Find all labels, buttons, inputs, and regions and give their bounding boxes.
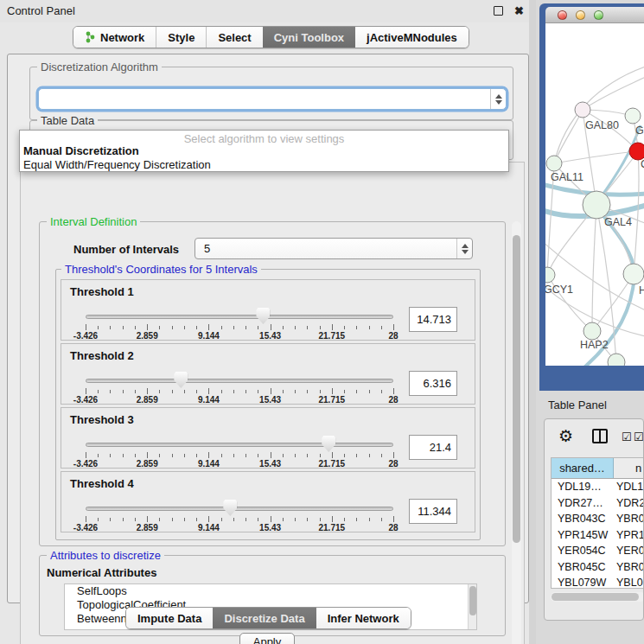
checkbox-icon[interactable]: ☑ <box>634 430 644 443</box>
gear-icon[interactable]: ⚙ <box>558 426 573 446</box>
node-attribute-table: shared… n YDL19…YDL1YDR27…YDR2YBR043CYBR… <box>551 457 644 589</box>
table-cell[interactable]: YBR045C <box>552 559 614 576</box>
close-icon[interactable]: ✖ <box>514 4 524 17</box>
attributes-scrollbar[interactable] <box>468 584 476 629</box>
table-cell[interactable]: YBR0 <box>614 511 644 527</box>
tick-mark <box>369 390 370 393</box>
network-node[interactable] <box>575 102 590 118</box>
tick-label: 21.715 <box>319 395 346 405</box>
table-row[interactable]: YBL079WYBL0 <box>552 575 644 589</box>
table-row[interactable]: YDL19…YDL1 <box>552 479 644 495</box>
network-node[interactable] <box>625 108 641 124</box>
network-edge[interactable] <box>554 110 583 163</box>
tick-label: 21.715 <box>319 331 346 341</box>
dropdown-option-equal-width-frequency[interactable]: Equal Width/Frequency Discretization <box>20 158 508 172</box>
network-node[interactable] <box>583 191 610 219</box>
tab-network[interactable]: Network <box>73 27 156 48</box>
slider-track[interactable] <box>86 379 393 383</box>
close-traffic-light-icon[interactable] <box>558 10 567 20</box>
network-node[interactable] <box>545 267 555 283</box>
slider-track[interactable] <box>86 315 393 319</box>
table-cell[interactable]: YBR0 <box>614 559 644 576</box>
network-node[interactable] <box>583 322 601 340</box>
table-cell[interactable]: YDR27… <box>552 495 614 512</box>
slider-thumb[interactable] <box>256 308 270 324</box>
tick-mark <box>208 516 209 522</box>
tab-select[interactable]: Select <box>206 27 262 48</box>
threshold-slider[interactable]: -3.4262.8599.14415.4321.71528 <box>86 280 393 341</box>
threshold-value-field[interactable] <box>409 307 457 332</box>
float-window-icon[interactable] <box>494 6 503 16</box>
dropdown-option-manual-discretization[interactable]: Manual Discretization <box>20 144 508 158</box>
split-columns-icon[interactable] <box>592 429 608 443</box>
table-row[interactable]: YBR043CYBR0 <box>552 511 644 527</box>
threshold-value-field[interactable] <box>409 371 457 396</box>
algorithm-combobox[interactable] <box>38 88 507 110</box>
combo-stepper[interactable] <box>490 89 506 109</box>
tab-discretize-data[interactable]: Discretize Data <box>213 608 316 628</box>
threshold-slider[interactable]: -3.4262.8599.14415.4321.71528 <box>86 408 393 469</box>
interval-definition-group: Interval Definition Number of Intervals … <box>39 221 506 546</box>
tick-mark <box>393 388 394 394</box>
checkbox-icon[interactable]: ☑ <box>622 430 632 443</box>
tick-mark <box>295 518 296 521</box>
table-row[interactable]: YBR045CYBR0 <box>552 559 644 576</box>
number-of-intervals-combobox[interactable]: 5 <box>194 238 473 259</box>
table-cell[interactable]: YER054C <box>552 543 614 559</box>
tick-mark <box>172 390 173 393</box>
threshold-slider[interactable]: -3.4262.8599.14415.4321.71528 <box>86 344 393 405</box>
tab-cyni-toolbox[interactable]: Cyni Toolbox <box>263 27 355 48</box>
tick-mark <box>258 518 258 521</box>
slider-track[interactable] <box>86 507 393 511</box>
zoom-traffic-light-icon[interactable] <box>594 10 603 20</box>
slider-track[interactable] <box>86 443 393 447</box>
table-cell[interactable]: YDL1 <box>614 479 644 495</box>
threshold-value-field[interactable] <box>409 435 457 460</box>
network-edge-highlighted[interactable] <box>599 125 641 200</box>
apply-button[interactable]: Apply <box>239 633 295 644</box>
tick-mark <box>356 454 357 457</box>
threshold-row: Threshold 2 -3.4262.8599.14415.4321.7152… <box>61 343 475 405</box>
table-cell[interactable]: YBR043C <box>552 511 614 527</box>
tick-mark <box>283 326 284 329</box>
network-node[interactable] <box>623 264 644 284</box>
tab-infer-network[interactable]: Infer Network <box>316 608 411 628</box>
network-window-titlebar[interactable] <box>545 7 644 23</box>
tab-style[interactable]: Style <box>156 27 206 48</box>
combo-stepper[interactable] <box>456 239 472 258</box>
tick-mark <box>233 454 234 457</box>
tick-label: 28 <box>388 459 398 469</box>
panel-splitter[interactable] <box>529 0 536 644</box>
network-edge[interactable] <box>592 205 596 331</box>
network-node[interactable] <box>546 156 562 171</box>
table-row[interactable]: YDR27…YDR2 <box>552 495 644 512</box>
table-cell[interactable]: YBL079W <box>552 575 614 589</box>
tab-jactivemnodules[interactable]: jActiveMNodules <box>355 27 469 48</box>
table-horizontal-scrollbar[interactable] <box>551 592 644 602</box>
tick-mark <box>208 452 209 458</box>
table-cell[interactable]: YPR145W <box>552 527 614 544</box>
threshold-value-field[interactable] <box>409 499 457 524</box>
table-cell[interactable]: YBL0 <box>614 575 644 589</box>
table-row[interactable]: YER054CYER0 <box>552 543 644 559</box>
tick-mark <box>245 326 246 329</box>
tick-label: -3.426 <box>73 331 98 341</box>
table-cell[interactable]: YDR2 <box>614 495 644 512</box>
table-cell[interactable]: YDL19… <box>552 479 614 495</box>
column-header-shared-name[interactable]: shared… <box>552 458 614 478</box>
network-node[interactable] <box>629 143 644 160</box>
table-cell[interactable]: YPR1 <box>614 527 644 544</box>
network-canvas[interactable]: GAL80GCGAL11GAL4GCY1HHAP2 <box>545 23 644 366</box>
settings-vertical-scrollbar[interactable] <box>512 221 521 644</box>
attribute-item[interactable]: SelfLoops <box>65 584 476 598</box>
slider-thumb[interactable] <box>174 372 188 388</box>
network-edge[interactable] <box>634 151 639 274</box>
table-row[interactable]: YPR145WYPR1 <box>552 527 644 544</box>
minimize-traffic-light-icon[interactable] <box>576 10 585 20</box>
column-header-name[interactable]: n <box>614 458 644 478</box>
tab-impute-data[interactable]: Impute Data <box>126 608 213 628</box>
slider-thumb[interactable] <box>223 500 237 516</box>
threshold-slider[interactable]: -3.4262.8599.14415.4321.71528 <box>86 472 393 533</box>
slider-thumb[interactable] <box>322 436 335 452</box>
table-cell[interactable]: YER0 <box>614 543 644 559</box>
